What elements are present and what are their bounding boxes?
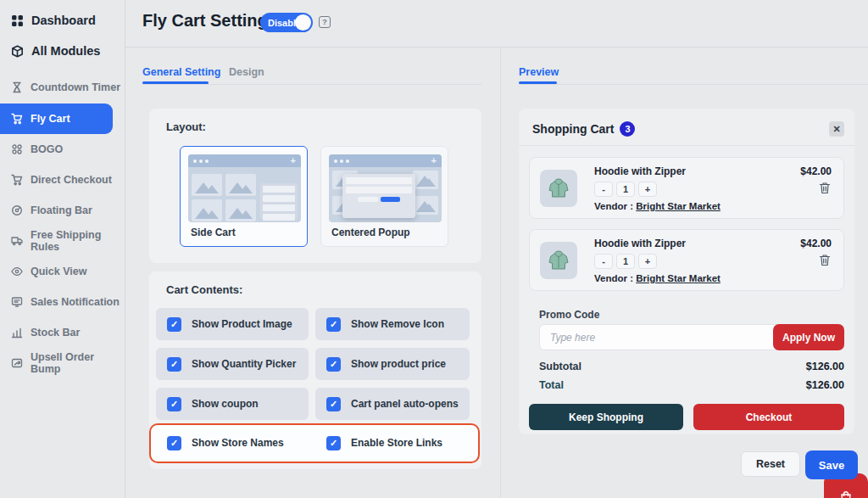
total-label: Total bbox=[539, 379, 564, 391]
sidebar-item-all-modules[interactable]: All Modules bbox=[0, 38, 125, 64]
layout-option-label: Centered Popup bbox=[331, 227, 410, 238]
product-name: Hoodie with Zipper bbox=[594, 238, 686, 249]
sidebar-item-upsell-order-bump[interactable]: Upsell Order Bump bbox=[0, 348, 125, 378]
sidebar-item-quick-view[interactable]: Quick View bbox=[0, 256, 125, 287]
tab-design[interactable]: Design bbox=[229, 66, 264, 78]
sidebar-item-label: Free Shipping Rules bbox=[31, 229, 125, 253]
eye-icon bbox=[11, 266, 23, 277]
checkbox-label: Show Product Image bbox=[192, 318, 292, 330]
checkbox-show-store-names[interactable]: Show Store Names bbox=[156, 427, 309, 459]
disable-toggle[interactable]: Disable bbox=[260, 13, 313, 32]
product-image bbox=[540, 242, 577, 279]
product-price: $42.00 bbox=[800, 165, 832, 177]
checkbox-cart-panel-auto-opens[interactable]: Cart panel auto-opens bbox=[315, 388, 470, 420]
quantity-stepper: - 1 + bbox=[594, 254, 657, 269]
checkbox-checked-icon[interactable] bbox=[326, 436, 341, 450]
quantity-increase-button[interactable]: + bbox=[638, 182, 657, 197]
modules-box-icon bbox=[11, 45, 24, 58]
page-title: Fly Cart Setting bbox=[142, 11, 268, 31]
sidebar-item-sales-notification[interactable]: Sales Notification bbox=[0, 287, 125, 317]
close-icon[interactable] bbox=[829, 121, 844, 137]
layout-section: Layout: + Side Cart + bbox=[149, 109, 481, 263]
checkbox-show-product-price[interactable]: Show product price bbox=[315, 348, 470, 380]
checkbox-checked-icon[interactable] bbox=[167, 317, 181, 332]
sidebar-item-label: Sales Notification bbox=[31, 296, 120, 308]
checkbox-enable-store-links[interactable]: Enable Store Links bbox=[315, 427, 470, 459]
checkbox-checked-icon[interactable] bbox=[167, 357, 181, 372]
upsell-arrow-icon bbox=[11, 357, 23, 369]
layout-option-centered-popup[interactable]: + Centered Popup bbox=[320, 146, 448, 247]
checkbox-checked-icon[interactable] bbox=[326, 317, 341, 332]
vendor-label: Vendor : bbox=[594, 273, 633, 283]
sidebar-item-direct-checkout[interactable]: Direct Checkout bbox=[0, 165, 125, 195]
quantity-value: 1 bbox=[616, 254, 635, 269]
quantity-decrease-button[interactable]: - bbox=[594, 182, 613, 197]
quantity-stepper: - 1 + bbox=[594, 182, 657, 197]
monitor-icon bbox=[11, 296, 23, 308]
cart-contents-title: Cart Contents: bbox=[166, 283, 242, 296]
vendor-link[interactable]: Bright Star Market bbox=[636, 273, 721, 283]
sidebar: Dashboard All Modules Countdown Timer Fl… bbox=[0, 0, 125, 498]
save-button[interactable]: Save bbox=[805, 450, 858, 479]
checkbox-checked-icon[interactable] bbox=[326, 397, 341, 411]
vendor-link[interactable]: Bright Star Market bbox=[636, 201, 721, 211]
help-tooltip-icon[interactable] bbox=[319, 16, 331, 28]
checkbox-checked-icon[interactable] bbox=[167, 436, 181, 450]
plus-icon: + bbox=[291, 156, 296, 165]
column-divider bbox=[500, 48, 501, 498]
remove-item-button[interactable] bbox=[819, 182, 831, 198]
remove-item-button[interactable] bbox=[819, 254, 831, 270]
apply-now-button[interactable]: Apply Now bbox=[773, 324, 844, 350]
quantity-decrease-button[interactable]: - bbox=[594, 254, 613, 269]
checkbox-show-remove-icon[interactable]: Show Remove Icon bbox=[315, 308, 470, 340]
sidebar-item-label: Quick View bbox=[31, 266, 86, 277]
keep-shopping-button[interactable]: Keep Shopping bbox=[529, 404, 683, 430]
sidebar-item-free-shipping-rules[interactable]: Free Shipping Rules bbox=[0, 226, 125, 256]
checkbox-label: Show Remove Icon bbox=[351, 318, 444, 330]
mini-cart-panel bbox=[260, 183, 298, 219]
dashboard-grid-icon bbox=[11, 14, 24, 27]
layout-option-side-cart[interactable]: + Side Cart bbox=[180, 146, 308, 247]
sidebar-item-stock-bar[interactable]: Stock Bar bbox=[0, 317, 125, 348]
sidebar-item-countdown-timer[interactable]: Countdown Timer bbox=[0, 72, 125, 103]
checkbox-checked-icon[interactable] bbox=[167, 397, 181, 411]
checkbox-show-quantity-picker[interactable]: Show Quantity Picker bbox=[156, 348, 309, 380]
vendor-label: Vendor : bbox=[594, 201, 633, 211]
sidebar-item-bogo[interactable]: BOGO bbox=[0, 134, 125, 165]
shopping-cart-preview: Shopping Cart 3 Hoodie with Zipper $42.0… bbox=[519, 109, 854, 434]
checkout-button[interactable]: Checkout bbox=[693, 404, 844, 430]
sidebar-item-label: Stock Bar bbox=[31, 327, 80, 339]
preview-tab-divider bbox=[519, 84, 868, 85]
checkbox-show-product-image[interactable]: Show Product Image bbox=[156, 308, 309, 340]
tab-general-setting[interactable]: General Setting bbox=[142, 66, 220, 78]
sidebar-item-fly-cart[interactable]: Fly Cart bbox=[0, 104, 113, 134]
hourglass-icon bbox=[11, 81, 23, 93]
cart-count-badge: 3 bbox=[620, 121, 635, 137]
toggle-knob bbox=[295, 14, 311, 31]
shopping-cart-title: Shopping Cart bbox=[532, 122, 614, 136]
checkbox-checked-icon[interactable] bbox=[326, 357, 341, 372]
product-name: Hoodie with Zipper bbox=[594, 165, 686, 177]
tab-preview[interactable]: Preview bbox=[519, 66, 559, 78]
left-tab-divider bbox=[142, 84, 481, 85]
product-price: $42.00 bbox=[800, 238, 832, 249]
shopping-bag-icon bbox=[839, 490, 853, 498]
quantity-value: 1 bbox=[616, 182, 635, 197]
cart-item: Hoodie with Zipper $42.00 - 1 + Vendor :… bbox=[529, 157, 844, 219]
layout-option-label: Side Cart bbox=[191, 227, 236, 238]
quantity-increase-button[interactable]: + bbox=[638, 254, 657, 269]
sidebar-item-label: Fly Cart bbox=[31, 113, 70, 125]
plus-icon: + bbox=[431, 156, 437, 165]
layout-section-title: Layout: bbox=[166, 120, 206, 133]
sidebar-item-label: Upsell Order Bump bbox=[31, 351, 125, 375]
subtotal-value: $126.00 bbox=[806, 361, 844, 372]
cart-item: Hoodie with Zipper $42.00 - 1 + Vendor :… bbox=[529, 229, 844, 291]
sidebar-item-dashboard[interactable]: Dashboard bbox=[0, 8, 125, 33]
checkbox-label: Show product price bbox=[351, 358, 446, 370]
checkbox-label: Show Store Names bbox=[192, 437, 284, 449]
checkbox-label: Enable Store Links bbox=[351, 437, 442, 449]
hoodie-image bbox=[546, 176, 571, 201]
checkbox-show-coupon[interactable]: Show coupon bbox=[156, 388, 309, 420]
sidebar-item-floating-bar[interactable]: Floating Bar bbox=[0, 195, 125, 226]
reset-button[interactable]: Reset bbox=[741, 451, 800, 477]
